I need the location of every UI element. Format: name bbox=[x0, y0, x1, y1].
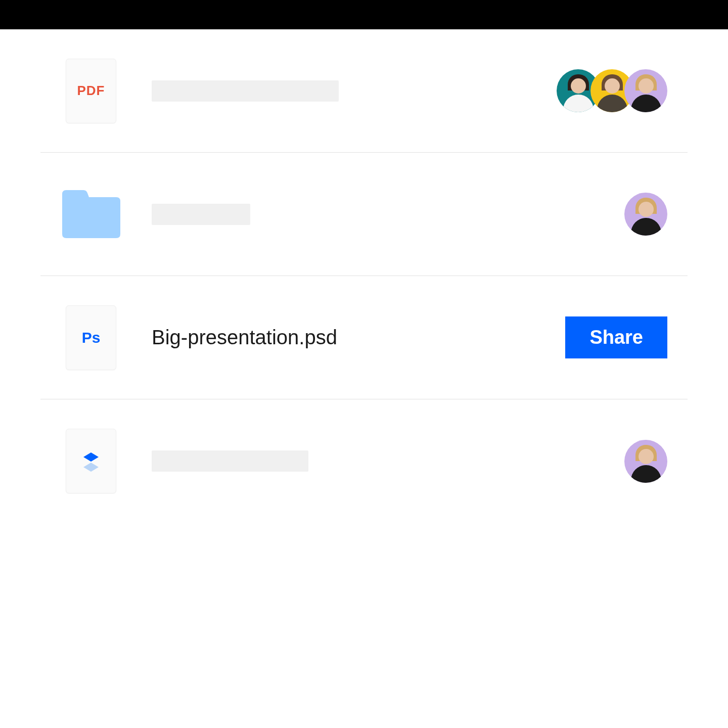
avatar-stack[interactable] bbox=[624, 440, 667, 483]
filename-placeholder bbox=[152, 450, 308, 472]
avatar-stack[interactable] bbox=[624, 193, 667, 236]
pdf-file-icon: PDF bbox=[66, 59, 116, 123]
psd-file-icon: Ps bbox=[66, 305, 116, 370]
collaborators-column bbox=[516, 193, 667, 236]
top-black-bar bbox=[0, 0, 728, 29]
folder-icon bbox=[62, 190, 120, 238]
dropbox-file-icon bbox=[66, 429, 116, 493]
avatar-stack[interactable] bbox=[557, 69, 667, 112]
file-name-column bbox=[142, 80, 516, 102]
svg-marker-0 bbox=[83, 452, 99, 462]
file-type-label: Ps bbox=[82, 329, 101, 346]
action-column: Share bbox=[516, 316, 667, 358]
share-button[interactable]: Share bbox=[565, 316, 667, 358]
avatar[interactable] bbox=[624, 193, 667, 236]
filename-placeholder bbox=[152, 204, 250, 225]
file-row[interactable]: PDF bbox=[40, 29, 688, 153]
file-row[interactable]: Ps Big-presentation.psd Share bbox=[40, 276, 688, 399]
file-name-column: Big-presentation.psd bbox=[142, 326, 516, 349]
folder-row[interactable] bbox=[40, 153, 688, 276]
collaborators-column bbox=[516, 440, 667, 483]
filename-placeholder bbox=[152, 80, 339, 102]
avatar[interactable] bbox=[624, 440, 667, 483]
svg-marker-1 bbox=[83, 463, 99, 472]
file-name-column bbox=[142, 450, 516, 472]
folder-icon-wrapper bbox=[61, 190, 121, 238]
filename-text: Big-presentation.psd bbox=[152, 326, 337, 349]
avatar[interactable] bbox=[624, 69, 667, 112]
file-icon-wrapper: PDF bbox=[61, 59, 121, 123]
file-type-label: PDF bbox=[77, 83, 105, 99]
dropbox-icon bbox=[79, 449, 103, 473]
file-icon-wrapper: Ps bbox=[61, 305, 121, 370]
file-row[interactable] bbox=[40, 399, 688, 523]
file-name-column bbox=[142, 204, 516, 225]
file-list: PDF bbox=[0, 29, 728, 523]
collaborators-column bbox=[516, 69, 667, 112]
file-icon-wrapper bbox=[61, 429, 121, 493]
